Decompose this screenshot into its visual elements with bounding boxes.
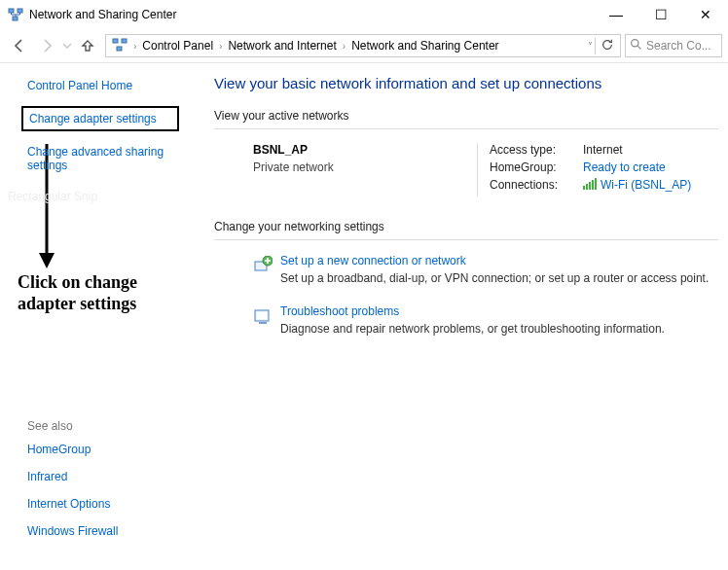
- active-network-block: BSNL_AP Private network Access type: Int…: [214, 143, 718, 196]
- chevron-right-icon: ›: [217, 41, 224, 52]
- window-title: Network and Sharing Center: [29, 8, 594, 21]
- breadcrumb-icon: [108, 34, 131, 58]
- recent-chevron-icon[interactable]: [60, 34, 74, 57]
- chevron-down-icon[interactable]: ˅: [586, 41, 595, 52]
- troubleshoot-icon: [253, 304, 280, 336]
- homegroup-label: HomeGroup:: [490, 160, 583, 174]
- main-panel: View your basic network information and …: [210, 63, 728, 570]
- search-placeholder: Search Co...: [646, 39, 711, 53]
- svg-point-6: [632, 40, 638, 47]
- forward-button[interactable]: [33, 34, 60, 57]
- svg-rect-3: [113, 39, 118, 43]
- maximize-button[interactable]: ☐: [638, 0, 683, 29]
- active-networks-label: View your active networks: [214, 109, 718, 123]
- troubleshoot-link[interactable]: Troubleshoot problems: [280, 304, 399, 318]
- divider: [214, 239, 718, 240]
- title-bar: Network and Sharing Center — ☐ ✕: [0, 0, 728, 29]
- access-type-value: Internet: [583, 143, 623, 157]
- svg-rect-9: [583, 186, 585, 190]
- sidebar-home-link[interactable]: Control Panel Home: [27, 79, 199, 92]
- access-type-label: Access type:: [490, 143, 583, 157]
- nav-bar: › Control Panel › Network and Internet ›…: [0, 29, 728, 62]
- address-bar[interactable]: › Control Panel › Network and Internet ›…: [105, 34, 621, 57]
- svg-rect-2: [13, 17, 18, 20]
- connection-link[interactable]: Wi-Fi (BSNL_AP): [601, 178, 691, 192]
- minimize-button[interactable]: —: [594, 0, 638, 29]
- see-also-infrared[interactable]: Infrared: [27, 470, 118, 483]
- svg-rect-13: [595, 178, 597, 190]
- see-also-label: See also: [27, 419, 118, 433]
- svg-rect-17: [257, 312, 267, 319]
- connections-label: Connections:: [490, 178, 583, 193]
- see-also-homegroup[interactable]: HomeGroup: [27, 443, 118, 456]
- setup-connection-icon: [253, 254, 280, 285]
- sidebar-adapter-link[interactable]: Change adapter settings: [21, 106, 179, 131]
- breadcrumb-item[interactable]: Control Panel: [138, 36, 217, 55]
- svg-rect-10: [586, 184, 588, 190]
- chevron-right-icon: ›: [131, 41, 138, 52]
- see-also-internet-options[interactable]: Internet Options: [27, 497, 118, 511]
- homegroup-link[interactable]: Ready to create: [583, 160, 666, 174]
- chevron-right-icon: ›: [341, 41, 347, 52]
- sidebar-advanced-link[interactable]: Change advanced sharing settings: [27, 145, 199, 172]
- network-name: BSNL_AP: [253, 143, 477, 157]
- network-center-icon: [8, 7, 23, 22]
- divider: [214, 128, 718, 129]
- close-button[interactable]: ✕: [683, 0, 728, 29]
- refresh-button[interactable]: [595, 38, 618, 54]
- svg-rect-12: [592, 180, 594, 190]
- sidebar: Control Panel Home Change adapter settin…: [0, 63, 210, 570]
- see-also-windows-firewall[interactable]: Windows Firewall: [27, 524, 118, 538]
- breadcrumb-item[interactable]: Network and Internet: [224, 36, 340, 55]
- see-also-section: See also HomeGroup Infrared Internet Opt…: [27, 419, 118, 552]
- troubleshoot-desc: Diagnose and repair network problems, or…: [280, 322, 665, 336]
- search-icon: [630, 38, 642, 53]
- setup-connection-link[interactable]: Set up a new connection or network: [280, 254, 466, 267]
- wifi-signal-icon: [583, 178, 597, 193]
- svg-rect-11: [589, 182, 591, 190]
- change-settings-label: Change your networking settings: [214, 220, 718, 233]
- search-input[interactable]: Search Co...: [625, 34, 722, 57]
- up-button[interactable]: [74, 34, 101, 57]
- svg-rect-1: [18, 9, 22, 13]
- page-heading: View your basic network information and …: [214, 75, 718, 91]
- network-type: Private network: [253, 160, 477, 174]
- svg-rect-0: [9, 9, 14, 13]
- setup-connection-desc: Set up a broadband, dial-up, or VPN conn…: [280, 271, 709, 285]
- svg-rect-5: [117, 47, 122, 51]
- svg-rect-4: [122, 39, 127, 43]
- breadcrumb-item[interactable]: Network and Sharing Center: [347, 36, 502, 55]
- back-button[interactable]: [6, 34, 33, 57]
